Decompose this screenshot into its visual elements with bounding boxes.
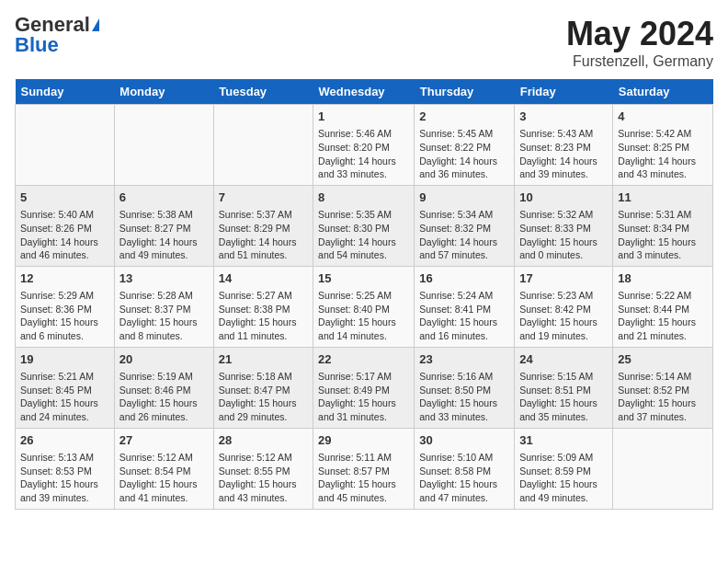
day-info: Sunrise: 5:22 AM <box>618 289 708 303</box>
day-info: Sunset: 8:37 PM <box>119 303 209 316</box>
calendar-day-cell: 22Sunrise: 5:17 AMSunset: 8:49 PMDayligh… <box>313 347 415 428</box>
calendar-week-row: 19Sunrise: 5:21 AMSunset: 8:45 PMDayligh… <box>16 347 713 428</box>
day-info: Daylight: 15 hours and 16 minutes. <box>419 316 509 342</box>
weekday-header: Wednesday <box>313 79 415 105</box>
weekday-header: Sunday <box>16 79 115 105</box>
calendar-day-cell: 21Sunrise: 5:18 AMSunset: 8:47 PMDayligh… <box>213 347 313 428</box>
day-info: Sunrise: 5:43 AM <box>519 127 608 141</box>
weekday-header: Saturday <box>613 79 713 105</box>
calendar-day-cell: 25Sunrise: 5:14 AMSunset: 8:52 PMDayligh… <box>613 347 713 428</box>
day-info: Daylight: 15 hours and 6 minutes. <box>20 316 109 342</box>
day-info: Sunset: 8:49 PM <box>318 384 409 397</box>
day-info: Daylight: 15 hours and 0 minutes. <box>519 236 608 262</box>
day-info: Daylight: 15 hours and 43 minutes. <box>219 477 308 504</box>
day-info: Sunrise: 5:15 AM <box>519 370 608 384</box>
logo: General Blue <box>15 15 99 55</box>
calendar-week-row: 26Sunrise: 5:13 AMSunset: 8:53 PMDayligh… <box>16 428 713 509</box>
weekday-header: Monday <box>114 79 213 105</box>
logo-blue-text: Blue <box>15 35 59 55</box>
day-info: Sunrise: 5:46 AM <box>318 127 409 141</box>
day-info: Sunset: 8:27 PM <box>119 222 209 236</box>
day-number: 3 <box>519 109 608 125</box>
calendar-day-cell: 23Sunrise: 5:16 AMSunset: 8:50 PMDayligh… <box>415 347 515 428</box>
calendar-day-cell: 20Sunrise: 5:19 AMSunset: 8:46 PMDayligh… <box>114 347 213 428</box>
day-info: Sunrise: 5:12 AM <box>219 451 308 465</box>
day-info: Sunrise: 5:10 AM <box>419 451 509 465</box>
day-info: Sunset: 8:42 PM <box>519 303 608 316</box>
day-info: Daylight: 14 hours and 39 minutes. <box>519 155 608 181</box>
day-info: Daylight: 14 hours and 33 minutes. <box>318 155 409 181</box>
day-info: Sunset: 8:54 PM <box>119 465 209 478</box>
calendar-day-cell: 7Sunrise: 5:37 AMSunset: 8:29 PMDaylight… <box>213 185 313 266</box>
day-info: Sunset: 8:26 PM <box>20 222 109 236</box>
day-number: 23 <box>419 351 509 368</box>
day-info: Daylight: 15 hours and 33 minutes. <box>419 396 509 423</box>
day-number: 17 <box>519 270 608 287</box>
day-info: Sunrise: 5:34 AM <box>419 208 509 222</box>
calendar-title: May 2024 <box>566 15 713 53</box>
day-info: Sunrise: 5:19 AM <box>119 370 209 384</box>
day-number: 1 <box>318 109 409 125</box>
day-number: 9 <box>419 190 509 206</box>
day-info: Sunrise: 5:37 AM <box>219 208 308 222</box>
calendar-day-cell <box>613 428 713 509</box>
calendar-day-cell: 29Sunrise: 5:11 AMSunset: 8:57 PMDayligh… <box>313 428 415 509</box>
day-info: Sunrise: 5:16 AM <box>419 370 509 384</box>
day-number: 20 <box>119 351 209 368</box>
day-number: 31 <box>519 432 608 449</box>
day-number: 8 <box>318 190 409 206</box>
day-number: 11 <box>618 190 708 206</box>
calendar-day-cell: 16Sunrise: 5:24 AMSunset: 8:41 PMDayligh… <box>415 266 515 347</box>
day-info: Sunrise: 5:09 AM <box>519 451 608 465</box>
day-info: Sunset: 8:33 PM <box>519 222 608 236</box>
day-info: Sunset: 8:32 PM <box>419 222 509 236</box>
logo-general-text: General <box>15 15 90 35</box>
day-number: 15 <box>318 270 409 287</box>
calendar-day-cell: 15Sunrise: 5:25 AMSunset: 8:40 PMDayligh… <box>313 266 415 347</box>
day-info: Sunrise: 5:28 AM <box>119 289 209 303</box>
day-number: 28 <box>219 432 308 449</box>
day-number: 29 <box>318 432 409 449</box>
day-info: Daylight: 15 hours and 47 minutes. <box>419 477 509 504</box>
calendar-subtitle: Furstenzell, Germany <box>566 53 713 70</box>
day-info: Daylight: 14 hours and 57 minutes. <box>419 236 509 262</box>
calendar-day-cell <box>213 105 313 186</box>
day-number: 27 <box>119 432 209 449</box>
day-info: Sunset: 8:34 PM <box>618 222 708 236</box>
day-info: Sunset: 8:36 PM <box>20 303 109 316</box>
calendar-week-row: 12Sunrise: 5:29 AMSunset: 8:36 PMDayligh… <box>16 266 713 347</box>
day-info: Sunset: 8:25 PM <box>618 141 708 155</box>
day-info: Sunset: 8:22 PM <box>419 141 509 155</box>
calendar-day-cell <box>16 105 115 186</box>
day-info: Sunset: 8:47 PM <box>219 384 308 397</box>
day-number: 14 <box>219 270 308 287</box>
day-info: Daylight: 14 hours and 51 minutes. <box>219 236 308 262</box>
day-info: Daylight: 15 hours and 3 minutes. <box>618 236 708 262</box>
day-info: Daylight: 15 hours and 11 minutes. <box>219 316 308 342</box>
day-info: Sunset: 8:30 PM <box>318 222 409 236</box>
calendar-day-cell: 11Sunrise: 5:31 AMSunset: 8:34 PMDayligh… <box>613 185 713 266</box>
day-info: Sunrise: 5:35 AM <box>318 208 409 222</box>
day-info: Daylight: 14 hours and 36 minutes. <box>419 155 509 181</box>
day-info: Daylight: 15 hours and 31 minutes. <box>318 396 409 423</box>
day-number: 5 <box>20 190 109 206</box>
day-number: 16 <box>419 270 509 287</box>
calendar-day-cell: 30Sunrise: 5:10 AMSunset: 8:58 PMDayligh… <box>415 428 515 509</box>
day-info: Sunrise: 5:11 AM <box>318 451 409 465</box>
calendar-day-cell: 6Sunrise: 5:38 AMSunset: 8:27 PMDaylight… <box>114 185 213 266</box>
calendar-day-cell: 1Sunrise: 5:46 AMSunset: 8:20 PMDaylight… <box>313 105 415 186</box>
day-info: Sunrise: 5:32 AM <box>519 208 608 222</box>
calendar-day-cell: 5Sunrise: 5:40 AMSunset: 8:26 PMDaylight… <box>16 185 115 266</box>
day-info: Sunrise: 5:42 AM <box>618 127 708 141</box>
day-info: Daylight: 15 hours and 24 minutes. <box>20 396 109 423</box>
day-info: Daylight: 14 hours and 46 minutes. <box>20 236 109 262</box>
day-number: 18 <box>618 270 708 287</box>
day-info: Sunrise: 5:13 AM <box>20 451 109 465</box>
day-info: Daylight: 15 hours and 35 minutes. <box>519 396 608 423</box>
day-info: Daylight: 14 hours and 43 minutes. <box>618 155 708 181</box>
day-info: Sunset: 8:53 PM <box>20 465 109 478</box>
day-info: Daylight: 14 hours and 49 minutes. <box>119 236 209 262</box>
calendar-day-cell: 28Sunrise: 5:12 AMSunset: 8:55 PMDayligh… <box>213 428 313 509</box>
day-info: Sunset: 8:46 PM <box>119 384 209 397</box>
day-info: Sunset: 8:50 PM <box>419 384 509 397</box>
